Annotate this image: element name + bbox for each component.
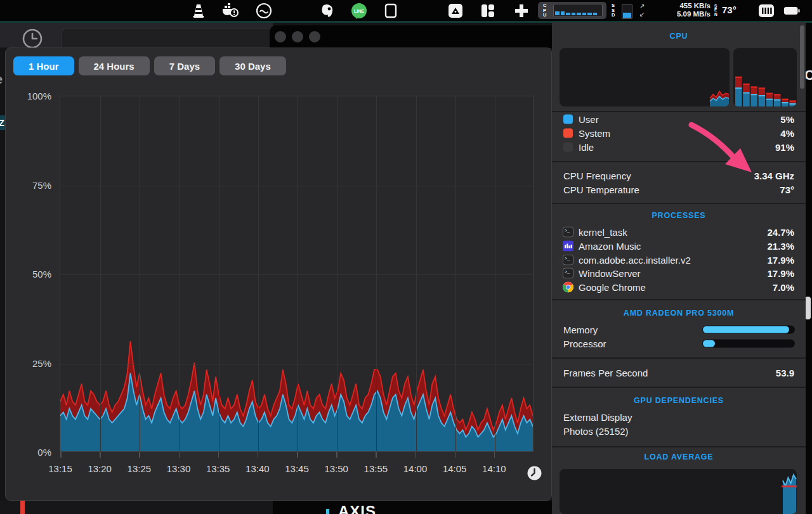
y-tick-label: 50%	[6, 269, 51, 279]
vlc-icon[interactable]	[190, 3, 207, 18]
legend-swatch-system	[563, 129, 573, 138]
zoom-button[interactable]	[309, 31, 320, 42]
axis-bullet-icon	[326, 509, 329, 514]
process-name: WindowServer	[579, 268, 641, 279]
x-tick-mark	[179, 452, 180, 458]
tab-30-days[interactable]: 30 Days	[219, 56, 286, 75]
network-arrows-icon: ↗↙	[639, 2, 645, 18]
x-tick-label: 13:30	[167, 463, 191, 474]
svg-text:>_: >_	[565, 229, 570, 233]
cpu-frequency-value: 3.34 GHz	[754, 170, 794, 181]
fps-value: 53.9	[776, 368, 794, 378]
tab-24-hours[interactable]: 24 Hours	[79, 56, 150, 75]
gpu-section-title: AMD RADEON PRO 5300M	[552, 309, 806, 318]
network-download-speed: 5.09 MB/s	[648, 10, 710, 18]
menubar-cpu-widget[interactable]: CPU	[538, 2, 606, 19]
plus-icon[interactable]	[513, 3, 530, 18]
processes-section-title: PROCESSES	[552, 211, 806, 220]
gpu-usage-fill	[703, 326, 789, 333]
gpu-row-label: Processor	[563, 338, 606, 349]
process-icon-terminal: >_	[563, 254, 573, 265]
grid-vline	[219, 96, 219, 451]
x-tick-label: 14:10	[482, 463, 506, 474]
process-cpu-value: 21.3%	[767, 240, 794, 251]
line-icon[interactable]: LINE	[351, 3, 367, 18]
gpu-dep-item: External Display	[563, 412, 632, 423]
background-window-titlebar	[61, 28, 274, 49]
background-partial-text: e	[0, 72, 3, 87]
grid-hline	[60, 274, 533, 275]
grid-vline	[495, 96, 495, 451]
process-cpu-value: 24.7%	[767, 227, 794, 238]
svg-text:LINE: LINE	[354, 9, 364, 13]
process-icon-terminal: >_	[563, 268, 573, 279]
menubar-cpu-graph	[553, 4, 603, 17]
gpu-usage-bar-memory	[702, 326, 795, 334]
tab-7-days[interactable]: 7 Days	[154, 56, 215, 75]
x-tick-mark	[376, 452, 377, 458]
x-tick-mark	[139, 452, 140, 458]
evernote-icon[interactable]	[319, 3, 336, 18]
process-icon-amazon-music	[563, 240, 573, 251]
menubar-sensor-widget[interactable]: SEN 73°	[714, 1, 745, 20]
grid-vline	[140, 96, 140, 451]
y-tick-label: 25%	[6, 357, 51, 368]
cpu-history-plot	[60, 96, 534, 452]
x-tick-mark	[416, 452, 417, 458]
shield-triangle-icon[interactable]	[447, 3, 464, 18]
menubar-temperature: 73°	[722, 4, 737, 15]
menubar-ssd-widget[interactable]: SSD	[610, 2, 633, 19]
y-tick-label: 0%	[6, 447, 51, 458]
background-right-strip	[806, 23, 812, 514]
x-tick-label: 13:25	[128, 463, 152, 474]
menubar-cpu-label: CPU	[543, 3, 546, 18]
process-cpu-value: 7.0%	[773, 282, 794, 293]
cpu-history-minigraph	[560, 48, 730, 106]
load-average-minigraph	[560, 469, 797, 514]
grid-vline	[180, 96, 180, 451]
istat-scrollbar-thumb[interactable]	[800, 25, 804, 89]
docker-icon[interactable]	[222, 3, 239, 18]
x-tick-label: 13:35	[206, 463, 230, 474]
legend-label-system: System	[579, 128, 610, 139]
y-tick-label: 100%	[6, 91, 51, 101]
process-icon-terminal: >_	[563, 227, 573, 238]
legend-label-idle: Idle	[579, 142, 594, 153]
menubar-ssd-label: SSD	[612, 3, 615, 18]
gpu-row-label: Memory	[563, 324, 598, 335]
cpu-section-title: CPU	[552, 32, 806, 41]
process-name: kernel_task	[579, 227, 627, 238]
process-name: Google Chrome	[579, 282, 646, 293]
grid-vline	[100, 96, 101, 451]
close-button[interactable]	[275, 31, 286, 42]
desktop-bottom-strip	[0, 501, 273, 514]
x-tick-label: 13:20	[88, 463, 112, 474]
menubar-network-widget[interactable]: ↗↙ 455 KB/s 5.09 MB/s	[639, 1, 710, 20]
battery-icon[interactable]	[783, 3, 800, 18]
legend-value-user: 5%	[780, 114, 794, 125]
timescale-clock-icon[interactable]	[527, 466, 542, 480]
keypad-icon[interactable]	[758, 3, 775, 18]
grid-vline	[258, 96, 259, 451]
grid-vline	[416, 96, 417, 451]
load-average-section-title: LOAD AVERAGE	[552, 453, 806, 461]
x-tick-mark	[258, 452, 259, 458]
cpu-temperature-label: CPU Temperature	[563, 184, 639, 195]
cpu-temperature-value: 73°	[780, 184, 794, 195]
legend-value-system: 4%	[780, 128, 794, 139]
x-tick-mark	[218, 452, 219, 458]
gpu-usage-bar-processor	[702, 339, 795, 347]
grid-hline	[60, 186, 533, 186]
minimize-button[interactable]	[292, 31, 303, 42]
background-scrollbar-thumb[interactable]	[805, 297, 811, 319]
creative-cloud-icon[interactable]	[256, 3, 272, 18]
x-tick-mark	[60, 452, 62, 458]
x-tick-mark	[100, 452, 101, 458]
window-icon[interactable]	[383, 3, 399, 18]
tab-1-hour[interactable]: 1 Hour	[13, 56, 74, 75]
legend-label-user: User	[579, 114, 599, 125]
legend-value-idle: 91%	[775, 142, 794, 153]
split-view-icon[interactable]	[480, 3, 496, 18]
x-tick-mark	[297, 452, 298, 458]
process-cpu-value: 17.9%	[767, 254, 794, 265]
